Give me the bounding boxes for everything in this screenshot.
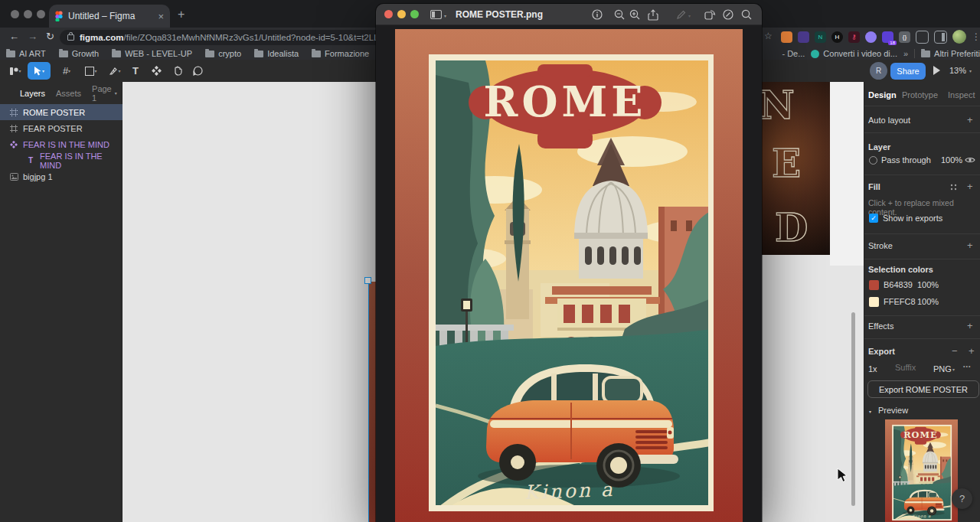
bookmark-item[interactable]: Idealista — [254, 49, 299, 58]
bookmark-item[interactable]: Formazione — [312, 49, 369, 58]
tab-close-icon[interactable]: × — [158, 11, 164, 22]
frame-tool-button[interactable]: #▾ — [57, 62, 77, 80]
layer-row-fear-poster[interactable]: FEAR POSTER — [0, 120, 122, 136]
comment-tool-button[interactable] — [189, 62, 206, 80]
markup-pen-icon[interactable] — [675, 8, 687, 21]
color-opacity-value[interactable]: 100% — [917, 280, 939, 289]
stroke-add-icon[interactable]: + — [967, 240, 973, 251]
export-remove-icon[interactable]: − — [952, 345, 958, 357]
window-minimize-button[interactable] — [24, 10, 32, 18]
export-add-icon[interactable]: + — [969, 345, 975, 357]
color-swatch[interactable] — [869, 297, 879, 307]
window-zoom-button[interactable] — [410, 10, 419, 18]
layer-row-fear-component[interactable]: FEAR IS IN THE MIND — [0, 136, 122, 152]
bookmark-star-icon[interactable]: ☆ — [764, 31, 773, 41]
chevron-down-icon[interactable]: ▾ — [688, 13, 691, 18]
zoom-level-selector[interactable]: 13% ▾ — [949, 66, 972, 75]
auto-layout-add-icon[interactable]: + — [967, 114, 973, 126]
zoom-out-icon[interactable] — [613, 8, 626, 21]
export-button[interactable]: Export ROME POSTER — [867, 380, 979, 398]
show-in-exports-checkbox[interactable]: ✓ — [869, 214, 878, 223]
export-scale-value[interactable]: 1x — [868, 364, 877, 374]
notion-extension-icon[interactable]: N — [815, 31, 826, 43]
window-minimize-button[interactable] — [397, 10, 406, 18]
chevron-down-icon[interactable]: ▾ — [444, 13, 446, 18]
fear-poster-canvas-object[interactable]: N E D — [756, 82, 830, 255]
bookmark-item[interactable]: WEB - LEVEL-UP — [112, 49, 192, 58]
preview-window-titlebar[interactable]: ▾ ROME POSTER.png ▾ — [376, 4, 762, 25]
share-icon[interactable] — [647, 8, 659, 21]
effects-add-icon[interactable]: + — [967, 320, 973, 331]
pen-tool-button[interactable]: ▾ — [105, 62, 125, 80]
other-bookmarks-folder[interactable]: Altri Preferiti — [921, 49, 980, 58]
info-icon[interactable] — [591, 8, 603, 21]
profile-avatar[interactable] — [952, 30, 966, 44]
new-tab-button[interactable]: + — [178, 8, 185, 21]
window-close-button[interactable] — [384, 10, 393, 18]
layer-row-fear-text[interactable]: T FEAR IS IN THE MIND — [0, 152, 122, 168]
layer-row-bigjpg[interactable]: bigjpg 1 — [0, 168, 122, 184]
main-menu-icon[interactable]: ▾ — [6, 62, 24, 80]
h-extension-icon[interactable]: H — [831, 31, 843, 43]
hand-tool-button[interactable] — [169, 62, 186, 80]
fox-extension-icon[interactable] — [781, 31, 792, 43]
color-hex-value[interactable]: FFEFC8 — [884, 297, 916, 306]
preview-window[interactable]: ▾ ROME POSTER.png ▾ — [376, 4, 762, 522]
rotate-icon[interactable] — [704, 8, 716, 21]
bookmarks-overflow-icon[interactable]: » — [903, 49, 908, 58]
move-tool-button[interactable]: ▾ — [28, 62, 51, 80]
present-play-icon[interactable] — [933, 66, 940, 75]
tab-assets[interactable]: Assets — [56, 89, 81, 98]
export-options-icon[interactable]: ••• — [963, 364, 971, 369]
tab-prototype[interactable]: Prototype — [902, 90, 938, 100]
share-button[interactable]: Share — [890, 63, 926, 80]
layer-row-rome-poster[interactable]: ROME POSTER — [0, 104, 122, 120]
bookmark-item-truncated[interactable]: - De... — [782, 49, 805, 58]
window-close-button[interactable] — [11, 10, 19, 18]
selection-handle[interactable] — [364, 277, 371, 284]
canvas-scrollbar[interactable] — [851, 312, 855, 506]
side-panel-icon[interactable] — [934, 31, 947, 44]
export-format-selector[interactable]: PNG — [933, 364, 952, 374]
browser-menu-icon[interactable]: ⋮ — [972, 31, 980, 42]
ghost-extension-icon[interactable] — [798, 31, 809, 43]
bookmark-item[interactable]: Converti i video di... — [811, 49, 897, 58]
text-tool-button[interactable]: T — [128, 62, 143, 80]
fill-add-icon[interactable]: + — [967, 181, 973, 192]
bookmark-item[interactable]: Growth — [59, 49, 99, 58]
styles-icon[interactable] — [950, 184, 957, 191]
key-extension-icon[interactable]: ⚷ — [848, 31, 860, 43]
tab-inspect[interactable]: Inspect — [948, 90, 975, 100]
preview-collapse-caret[interactable]: ▾ — [869, 409, 871, 414]
layer-opacity-value[interactable]: 100% — [941, 155, 962, 165]
color-opacity-value[interactable]: 100% — [917, 297, 939, 306]
puzzle-extensions-icon[interactable] — [916, 31, 929, 44]
window-zoom-button[interactable] — [37, 10, 45, 18]
forward-icon[interactable]: → — [28, 31, 38, 42]
shape-tool-button[interactable]: ▾ — [81, 62, 101, 80]
blend-mode-icon[interactable] — [869, 156, 877, 165]
reload-icon[interactable]: ↻ — [46, 31, 54, 42]
export-suffix-input[interactable] — [895, 363, 929, 372]
visibility-eye-icon[interactable] — [965, 156, 975, 164]
color-swatch[interactable] — [869, 280, 879, 290]
annotate-circle-icon[interactable] — [722, 8, 734, 21]
tab-design[interactable]: Design — [868, 90, 897, 100]
tab-layers[interactable]: Layers — [20, 89, 45, 98]
bookmark-item[interactable]: crypto — [205, 49, 241, 58]
bookmark-item[interactable]: AI ART — [6, 49, 46, 58]
sidebar-toggle-icon[interactable] — [430, 8, 442, 21]
color-hex-value[interactable]: B64839 — [884, 280, 913, 289]
white-frame-canvas-object[interactable] — [830, 82, 864, 266]
back-icon[interactable]: ← — [9, 31, 19, 42]
search-icon[interactable] — [740, 8, 753, 21]
code-extension-icon[interactable]: {} — [899, 31, 910, 43]
help-button[interactable]: ? — [952, 488, 972, 509]
zoom-in-icon[interactable] — [629, 8, 641, 21]
components-tool-button[interactable] — [148, 62, 165, 80]
badged-extension-icon[interactable]: 18 — [882, 31, 893, 43]
browser-tab[interactable]: Untitled – Figma × — [49, 5, 170, 28]
page-selector[interactable]: Page 1▾ — [92, 84, 117, 103]
user-avatar[interactable]: R — [870, 62, 887, 80]
cloud-extension-icon[interactable] — [865, 31, 877, 43]
